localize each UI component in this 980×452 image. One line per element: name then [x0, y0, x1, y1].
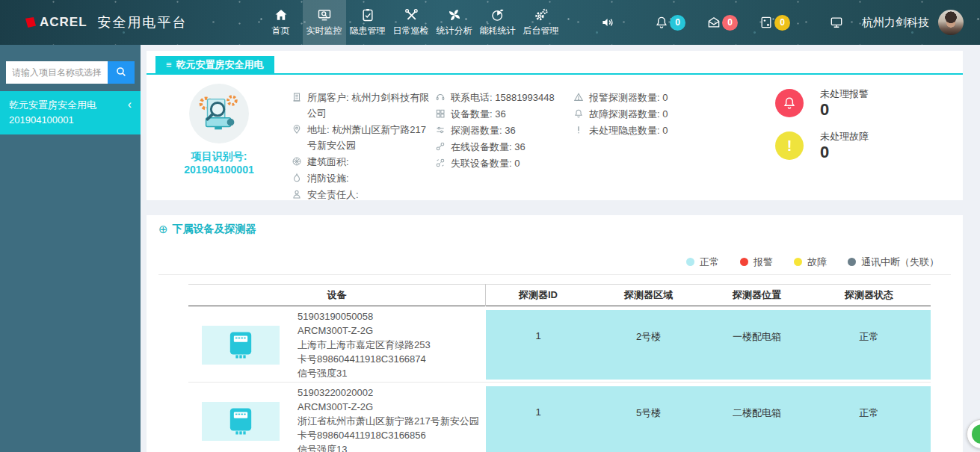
mail-icon	[706, 15, 721, 30]
username[interactable]: 杭州力剑科技	[862, 16, 929, 30]
detector-area-cell: 2号楼	[591, 330, 706, 345]
alarm-notifications[interactable]: 0	[654, 15, 685, 31]
legend-alarm: 报警	[740, 256, 773, 269]
info-row-customer: 所属客户: 杭州力剑科技有限公司	[292, 90, 435, 121]
fire-facility-icon	[292, 173, 302, 183]
info-text: 安全责任人:	[307, 187, 359, 200]
device-signal: 信号强度31	[298, 366, 431, 380]
header-detector-position: 探测器位置	[706, 288, 807, 302]
floating-service-button[interactable]	[967, 419, 980, 449]
admin-icon	[534, 7, 549, 22]
device-model: ARCM300T-Z-2G	[298, 323, 431, 338]
nav-item-hazard-management[interactable]: 隐患管理	[346, 0, 389, 45]
main-menu: 首页 实时监控 隐患管理 日常巡检 统计分析 能耗统计	[259, 0, 563, 45]
table-header-row: 设备 探测器ID 探测器区域 探测器位置 探测器状态	[188, 284, 931, 306]
header-detector-area: 探测器区域	[591, 288, 706, 302]
pending-stats: 未处理报警 0 ! 未处理故障 0	[775, 88, 869, 173]
nav-item-energy-stats[interactable]: 能耗统计	[476, 0, 520, 45]
detector-cells: 1 5号楼 二楼配电箱 正常	[486, 386, 931, 452]
table-row[interactable]: 51903190050058 ARCM300T-Z-2G 上海市上海市嘉定区育绿…	[188, 310, 931, 380]
sidebar-project-item[interactable]: 乾元安置房安全用电 201904100001 ‹	[0, 91, 141, 134]
statistics-icon	[447, 7, 462, 22]
device-model: ARCM300T-Z-2G	[298, 400, 479, 414]
project-name: 乾元安置房安全用电	[9, 98, 121, 113]
project-id-column: 项目识别号: 201904100001	[147, 84, 292, 176]
normal-dot-icon	[686, 258, 694, 266]
alarm-circle	[775, 89, 804, 117]
monitor-icon[interactable]	[829, 15, 844, 30]
building-area-icon	[292, 156, 302, 167]
realtime-monitor-icon	[317, 7, 332, 22]
project-illustration-icon	[189, 84, 249, 143]
daily-inspection-icon	[404, 7, 419, 22]
chevron-left-icon[interactable]: ‹	[128, 97, 132, 112]
avatar[interactable]	[938, 10, 964, 35]
header-device: 设备	[188, 284, 486, 306]
nav-item-label: 实时监控	[306, 25, 342, 37]
pending-hazard-icon	[573, 125, 584, 135]
devices-section-title: ⊕ 下属设备及探测器	[158, 223, 256, 236]
detector-id-cell: 1	[486, 330, 591, 345]
safe-electricity-platform-screen: ACREL 安全用电平台 首页 实时监控 隐患管理 日常巡检 统计分析	[0, 0, 980, 452]
nav-item-label: 隐患管理	[350, 25, 386, 37]
device-info: 51903190050058 ARCM300T-Z-2G 上海市上海市嘉定区育绿…	[298, 309, 431, 380]
info-row-offline-devices: 失联设备数量: 0	[435, 155, 573, 171]
acrel-logo-icon	[25, 17, 36, 28]
device-meter-icon	[202, 402, 280, 441]
title-underline	[147, 73, 963, 75]
info-text: 失联设备数量: 0	[451, 155, 520, 171]
plus-circle-icon: ⊕	[158, 223, 168, 236]
nav-item-label: 后台管理	[523, 25, 559, 37]
device-info: 51903220020002 ARCM300T-Z-2G 浙江省杭州市萧山区新宁…	[298, 386, 479, 452]
schedule-count-badge: 0	[774, 15, 790, 31]
project-title-tab: ≡乾元安置房安全用电	[155, 56, 274, 73]
info-row-safety-officer: 安全责任人:	[292, 187, 435, 200]
info-text: 地址: 杭州萧山区新宁路217号新安公园	[307, 122, 435, 153]
device-meter-icon	[202, 326, 280, 365]
row-separator	[188, 382, 931, 383]
legend-normal: 正常	[686, 256, 719, 269]
device-serial: 51903220020002	[298, 386, 479, 400]
info-text: 建筑面积:	[307, 154, 349, 170]
legend-label: 通讯中断（失联）	[861, 256, 939, 269]
schedule-notifications[interactable]: 0	[759, 15, 790, 31]
exclamation-icon: !	[787, 137, 792, 155]
device-address: 浙江省杭州市萧山区新宁路217号新安公园	[298, 414, 479, 428]
search-icon	[115, 66, 127, 80]
info-text: 在线设备数量: 36	[451, 139, 526, 155]
project-id: 201904100001	[9, 113, 121, 128]
info-row-online-devices: 在线设备数量: 36	[435, 139, 573, 155]
energy-stats-icon	[490, 7, 505, 22]
project-search-input[interactable]	[6, 61, 108, 84]
fault-detector-icon	[573, 108, 584, 119]
logo: ACREL 安全用电平台	[25, 13, 188, 31]
project-title: 乾元安置房安全用电	[176, 59, 264, 70]
stat-value: 0	[820, 143, 869, 161]
nav-item-daily-inspection[interactable]: 日常巡检	[389, 0, 433, 45]
online-device-icon	[435, 141, 446, 152]
nav-item-statistics[interactable]: 统计分析	[433, 0, 476, 45]
device-cell: 51903220020002 ARCM300T-Z-2G 浙江省杭州市萧山区新宁…	[188, 386, 486, 452]
alarm-dot-icon	[740, 258, 748, 266]
detector-status-cell: 正常	[807, 406, 931, 421]
customer-icon	[292, 92, 302, 102]
alarm-count-badge: 0	[670, 15, 685, 31]
pending-fault-stat: ! 未处理故障 0	[775, 131, 869, 161]
info-column-2: 联系电话: 15881993448 设备数量: 36 探测器数量: 36 在线设…	[435, 90, 573, 172]
search-button[interactable]	[108, 61, 135, 84]
volume-icon[interactable]	[600, 15, 615, 30]
legend-offline: 通讯中断（失联）	[848, 256, 939, 269]
phone-icon	[435, 92, 446, 102]
hamburger-icon: ≡	[166, 59, 172, 70]
home-icon	[274, 7, 289, 22]
logo-text: ACREL	[40, 15, 87, 30]
nav-item-admin[interactable]: 后台管理	[520, 0, 563, 45]
message-notifications[interactable]: 0	[706, 15, 738, 31]
nav-item-home[interactable]: 首页	[259, 0, 303, 45]
project-info-card: ≡乾元安置房安全用电 项目识别号: 201904100001	[147, 51, 963, 200]
info-text: 探测器数量: 36	[451, 123, 516, 138]
nav-item-realtime-monitor[interactable]: 实时监控	[303, 0, 346, 45]
info-text: 未处理隐患数量: 0	[589, 123, 668, 138]
table-row[interactable]: 51903220020002 ARCM300T-Z-2G 浙江省杭州市萧山区新宁…	[188, 386, 931, 452]
project-id-label: 项目识别号:	[147, 149, 292, 163]
